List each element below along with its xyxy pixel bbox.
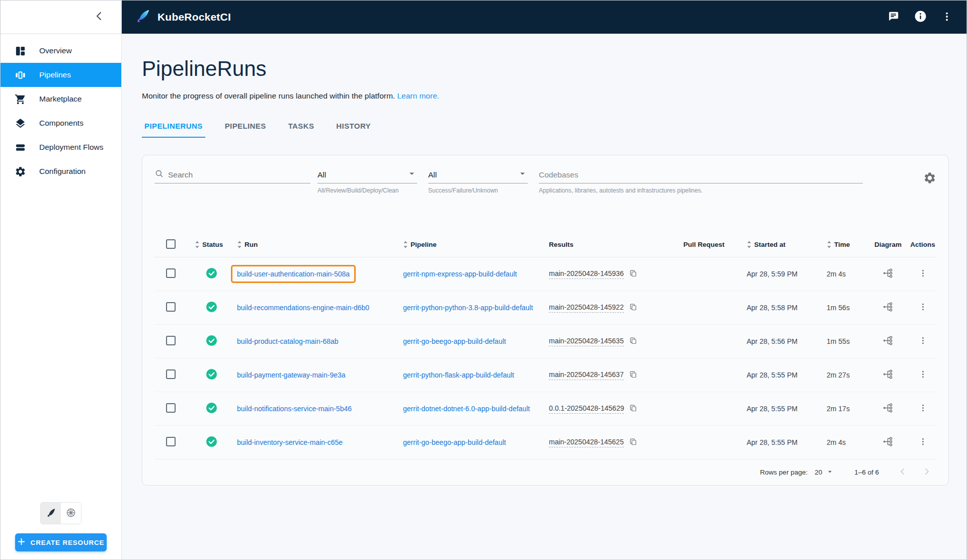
pipeline-link[interactable]: gerrit-python-python-3.8-app-build-defau… xyxy=(403,304,533,312)
column-header-time: Time xyxy=(834,241,850,248)
kubernetes-view-toggle[interactable] xyxy=(61,503,81,524)
status-filter-select[interactable]: All Success/Failure/Unknown xyxy=(428,169,528,194)
layers-icon xyxy=(15,118,26,129)
page-description-text: Monitor the progress of overall pipeline… xyxy=(142,91,395,100)
tab-history[interactable]: HISTORY xyxy=(334,122,373,138)
copy-button[interactable] xyxy=(629,370,637,380)
sidebar-item-components[interactable]: Components xyxy=(1,111,121,135)
rows-per-page-select[interactable]: 20 xyxy=(815,468,834,478)
row-checkbox[interactable] xyxy=(166,302,176,312)
row-actions-button[interactable] xyxy=(918,336,928,347)
select-all-checkbox[interactable] xyxy=(166,239,176,249)
diagram-button[interactable] xyxy=(882,436,894,449)
sidebar-item-label: Deployment Flows xyxy=(39,143,104,152)
diagram-tree-icon xyxy=(882,301,894,314)
kebab-menu-icon xyxy=(918,268,928,279)
started-at-value: Apr 28, 5:58 PM xyxy=(747,304,797,312)
table-row: build-product-catalog-main-68ab gerrit-g… xyxy=(154,325,936,358)
app-logo-icon xyxy=(135,8,151,27)
kebab-menu-icon xyxy=(941,11,952,24)
status-success-icon xyxy=(206,441,217,449)
status-filter-value: All xyxy=(428,170,437,179)
sort-status-button[interactable] xyxy=(195,240,201,249)
sidebar-item-pipelines[interactable]: Pipelines xyxy=(1,63,121,87)
rows-per-page-label: Rows per page: xyxy=(760,469,808,476)
sidebar-item-overview[interactable]: Overview xyxy=(1,39,121,63)
pipeline-link[interactable]: gerrit-npm-express-app-build-default xyxy=(403,270,517,278)
tab-pipelines[interactable]: PIPELINES xyxy=(222,122,269,138)
copy-button[interactable] xyxy=(629,437,637,447)
learn-more-link[interactable]: Learn more. xyxy=(397,91,439,100)
table-body: build-user-authentication-main-508a gerr… xyxy=(154,257,936,459)
pipeline-link[interactable]: gerrit-python-flask-app-build-default xyxy=(403,371,514,379)
diagram-button[interactable] xyxy=(882,402,894,415)
create-resource-button[interactable]: CREATE RESOURCE xyxy=(15,533,107,551)
sort-time-button[interactable] xyxy=(827,240,833,249)
sort-run-button[interactable] xyxy=(237,240,243,249)
page-content: PipelineRuns Monitor the progress of ove… xyxy=(122,34,966,559)
sidebar-item-deployment-flows[interactable]: Deployment Flows xyxy=(1,135,121,159)
row-checkbox[interactable] xyxy=(166,336,176,345)
main-area: KubeRocketCI xyxy=(122,1,966,559)
type-filter-helper: All/Review/Build/Deploy/Clean xyxy=(317,187,417,194)
info-button[interactable] xyxy=(914,10,927,24)
sidebar-collapse-button[interactable] xyxy=(92,10,106,24)
feedback-button[interactable] xyxy=(887,10,900,24)
codebases-input[interactable] xyxy=(539,170,863,179)
filters-bar: All All/Review/Build/Deploy/Clean All xyxy=(154,169,936,194)
previous-page-button[interactable] xyxy=(898,467,907,478)
page-title: PipelineRuns xyxy=(142,57,947,81)
run-link[interactable]: build-product-catalog-main-68ab xyxy=(237,337,339,345)
run-link[interactable]: build-notifications-service-main-5b46 xyxy=(237,405,352,413)
sidebar-item-marketplace[interactable]: Marketplace xyxy=(1,87,121,111)
copy-button[interactable] xyxy=(629,303,637,313)
table-row: build-recommendations-engine-main-d6b0 g… xyxy=(154,291,936,325)
tab-tasks[interactable]: TASKS xyxy=(286,122,317,138)
diagram-button[interactable] xyxy=(882,368,894,382)
results-value: main-20250428-145635 xyxy=(549,337,624,346)
chevron-down-icon xyxy=(407,168,417,181)
row-checkbox[interactable] xyxy=(166,403,176,413)
time-value: 2m 27s xyxy=(827,371,850,379)
row-actions-button[interactable] xyxy=(918,437,928,448)
sidebar-item-label: Marketplace xyxy=(39,95,82,104)
sidebar-item-configuration[interactable]: Configuration xyxy=(1,159,121,183)
run-link[interactable]: build-user-authentication-main-508a xyxy=(237,270,350,278)
run-link[interactable]: build-payment-gateway-main-9e3a xyxy=(237,371,346,379)
copy-button[interactable] xyxy=(629,404,637,414)
more-menu-button[interactable] xyxy=(941,11,952,24)
diagram-button[interactable] xyxy=(882,335,894,348)
row-actions-button[interactable] xyxy=(918,369,928,381)
copy-button[interactable] xyxy=(629,269,637,279)
column-header-actions: Actions xyxy=(910,241,935,248)
search-input[interactable] xyxy=(168,170,310,179)
copy-icon xyxy=(629,303,637,313)
sort-pipeline-button[interactable] xyxy=(403,240,409,249)
copy-button[interactable] xyxy=(629,336,637,346)
row-actions-button[interactable] xyxy=(918,302,928,313)
row-actions-button[interactable] xyxy=(918,268,928,279)
tab-pipelineruns[interactable]: PIPELINERUNS xyxy=(142,122,205,138)
run-link[interactable]: build-recommendations-engine-main-d6b0 xyxy=(237,304,369,312)
sort-started-at-button[interactable] xyxy=(747,240,753,249)
diagram-tree-icon xyxy=(882,402,894,415)
row-checkbox[interactable] xyxy=(166,268,176,278)
pipeline-link[interactable]: gerrit-dotnet-dotnet-6.0-app-build-defau… xyxy=(403,405,530,413)
shopping-cart-icon xyxy=(15,94,26,105)
pipeline-link[interactable]: gerrit-go-beego-app-build-default xyxy=(403,337,506,345)
pipelines-carousel-icon xyxy=(15,69,26,81)
diagram-button[interactable] xyxy=(882,267,894,281)
stacked-bars-icon xyxy=(15,142,26,153)
row-actions-button[interactable] xyxy=(918,403,928,414)
pipeline-link[interactable]: gerrit-go-beego-app-build-default xyxy=(403,438,506,446)
copy-icon xyxy=(629,404,637,414)
run-link[interactable]: build-inventory-service-main-c65e xyxy=(237,438,343,446)
type-filter-select[interactable]: All All/Review/Build/Deploy/Clean xyxy=(317,169,417,194)
table-settings-button[interactable] xyxy=(923,171,936,186)
krci-view-toggle[interactable] xyxy=(41,503,61,524)
diagram-button[interactable] xyxy=(882,301,894,314)
settings-gear-icon xyxy=(923,178,936,186)
row-checkbox[interactable] xyxy=(166,437,176,446)
row-checkbox[interactable] xyxy=(166,369,176,379)
next-page-button[interactable] xyxy=(922,467,931,478)
